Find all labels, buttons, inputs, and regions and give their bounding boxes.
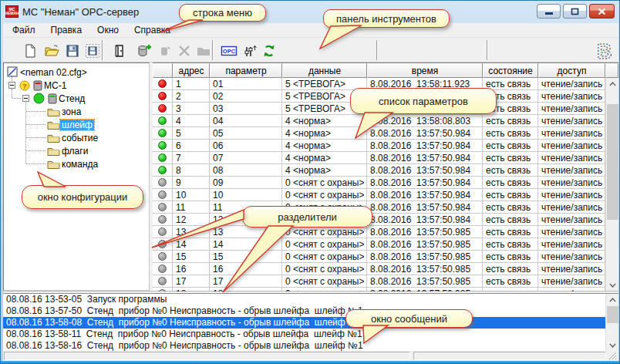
save-file-button[interactable] [62,41,83,60]
column-header[interactable]: состояние [483,63,538,78]
column-header[interactable]: адрес [173,63,210,78]
delete-x-icon [177,44,191,58]
toolbar-separator [487,40,488,60]
tree-item-sobytie[interactable]: событие [4,131,149,144]
table-cell: 1 [173,78,210,90]
collapse-icon[interactable] [8,82,15,89]
column-header[interactable]: время [367,63,483,78]
table-cell: 0 <снят с охраны> [282,177,367,189]
table-row[interactable]: 15150 <снят с охраны>8.08.2016 13:57:50.… [153,251,618,263]
scrollbar-thumb[interactable] [607,104,618,220]
column-header[interactable]: доступ [538,63,605,78]
status-cell [153,164,173,177]
minimize-button[interactable] [537,4,561,19]
scrollbar-thumb[interactable] [607,306,618,323]
table-row[interactable]: 6064 <норма>8.08.2016 13:57:50.984есть с… [153,140,618,152]
table-row[interactable]: 12120 <снят с охраны>8.08.2016 13:57:50.… [153,214,618,226]
opc-server-button[interactable]: OPC [219,41,239,60]
table-row[interactable]: 14140 <снят с охраны>8.08.2016 13:57:50.… [153,238,618,251]
table-cell: чтение/запись [538,103,605,115]
table-row[interactable]: 4044 <норма>8.08.2016 13:58:08.803есть с… [153,115,618,127]
table-row[interactable]: 10100 <снят с охраны>8.08.2016 13:57:50.… [153,189,618,201]
table-row[interactable]: 17170 <снят с охраны>8.08.2016 13:57:50.… [153,275,618,288]
column-header[interactable] [153,63,173,78]
scroll-down-button[interactable] [606,279,619,291]
chevron-up-icon [609,298,616,302]
message-list: 08.08.16 13-53-05 Запуск программы08.08.… [3,294,618,351]
grid-scrollbar[interactable] [605,78,618,291]
status-light-icon [158,166,167,174]
table-cell: 0 <снят с охраны> [282,189,367,201]
message-row[interactable]: 08.08.16 13-58-11 Стенд прибор №0 Неиспр… [3,329,605,340]
tree-item-ms1[interactable]: ? МС-1 [4,79,149,92]
menu-item[interactable]: Справка [126,24,178,36]
table-cell: 8.08.2016 13:57:50.984 [367,177,483,189]
tree-item-komanda[interactable]: команда [4,157,149,170]
message-row[interactable]: 08.08.16 13-58-16 Стенд прибор №0 Неиспр… [3,340,605,351]
settings-button[interactable] [240,41,260,60]
scroll-up-button[interactable] [606,294,618,305]
edit-device-button[interactable] [155,41,175,60]
window-title: МС "Неман" OPC-сервер [22,6,139,18]
table-row[interactable]: 16160 <снят с охраны>8.08.2016 13:57:50.… [153,263,618,275]
resize-grip-icon[interactable] [608,352,617,360]
config-file-icon [7,66,19,78]
title-bar[interactable]: МС НЕМАН МС "Неман" OPC-сервер [2,1,618,22]
status-light-icon [158,240,167,248]
tree-item-flagi[interactable]: флаги [4,144,149,157]
message-row[interactable]: 08.08.16 13-57-50 Стенд прибор №0 Неиспр… [3,305,605,317]
add-device-button[interactable] [134,41,154,60]
status-cell [153,288,173,292]
grid-header: адреспараметрданныевремясостояниедоступ [153,63,618,78]
tree-item-label: МС-1 [42,80,68,91]
table-cell: 4 <норма> [282,127,367,140]
save-flash-button[interactable] [83,41,103,60]
tree-item-shleif[interactable]: шлейф [4,118,149,131]
tree-item-stand[interactable]: Стенд [4,92,149,105]
status-cell [153,140,173,152]
devices-folder-button[interactable] [194,41,214,60]
callout-menu-bar: строка меню [179,4,266,22]
close-button[interactable] [589,4,615,19]
column-header[interactable]: данные [282,63,367,78]
svg-text:B: B [597,40,612,62]
exit-door-icon [111,43,126,59]
tree-item-zona[interactable]: зона [4,105,149,118]
menu-item[interactable]: Файл [5,24,43,36]
messages-scrollbar[interactable] [605,294,618,351]
table-cell: есть связь [483,164,538,177]
scroll-down-button[interactable] [606,339,618,351]
table-cell: 0 <снят с охраны> [282,226,367,238]
new-file-button[interactable] [20,41,40,60]
table-row[interactable]: 8084 <норма>8.08.2016 13:57:50.984есть с… [153,164,618,177]
table-cell: есть связь [483,288,538,292]
table-row[interactable]: 5054 <норма>8.08.2016 13:57:50.984есть с… [153,127,618,140]
table-row[interactable]: 13130 <снят с охраны>8.08.2016 13:57:50.… [153,226,618,238]
exit-button[interactable] [109,41,129,60]
collapse-icon[interactable] [22,95,29,102]
menu-item[interactable]: Правка [43,24,90,36]
status-light-icon [158,129,167,137]
table-row[interactable]: 9090 <снят с охраны>8.08.2016 13:57:50.9… [153,177,618,189]
open-file-button[interactable] [42,41,62,60]
delete-button[interactable] [174,41,194,60]
table-row[interactable]: 18180 <снят с охраны>8.08.2016 13:57:50.… [153,288,618,292]
question-status-icon: ? [19,80,30,91]
status-panel [4,352,410,360]
message-row[interactable]: 08.08.16 13-53-05 Запуск программы [3,294,605,305]
tree-item-root[interactable]: <neman 02.cfg> [4,66,149,79]
column-header[interactable]: параметр [210,63,282,78]
refresh-button[interactable] [259,41,279,60]
status-light-icon [158,153,167,162]
maximize-button[interactable] [563,4,587,19]
table-row[interactable]: 11110 <снят с охраны>8.08.2016 13:57:50.… [153,201,618,214]
table-row[interactable]: 7074 <норма>8.08.2016 13:57:50.984есть с… [153,152,618,164]
status-cell [153,127,173,140]
table-cell: есть связь [483,263,538,275]
scroll-up-button[interactable] [606,78,619,89]
menu-item[interactable]: Окно [89,24,126,36]
window-bottom-border [1,361,619,363]
table-cell: 11 [173,201,210,214]
table-cell: 8.08.2016 13:57:50.985 [367,288,483,292]
message-row[interactable]: 08.08.16 13-58-08 Стенд прибор №0 Неиспр… [3,317,605,329]
